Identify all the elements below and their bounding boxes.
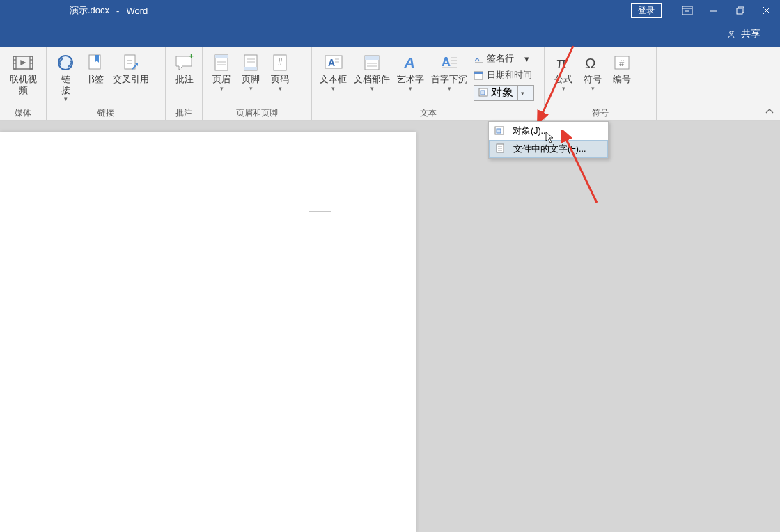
signature-line-button[interactable]: 签名行 ▾ <box>474 52 534 65</box>
datetime-label: 日期和时间 <box>487 70 532 81</box>
group-comments: + 批注 批注 <box>166 47 203 120</box>
equation-button[interactable]: π 公式 ▾ <box>549 50 578 93</box>
datetime-button[interactable]: 日期和时间 <box>474 68 534 82</box>
dropdown-caret-icon: ▾ <box>409 86 412 92</box>
equation-icon: π <box>552 52 575 74</box>
group-comments-label: 批注 <box>166 105 202 120</box>
app-name: Word <box>126 6 148 16</box>
quick-parts-icon <box>361 52 383 74</box>
svg-text:#: # <box>278 57 283 67</box>
group-text-label: 文本 <box>312 105 544 120</box>
header-button[interactable]: 页眉 ▾ <box>207 50 236 93</box>
object-icon <box>494 125 506 136</box>
group-media: 联机视频 媒体 <box>0 47 47 120</box>
group-symbols-label: 符号 <box>545 105 656 120</box>
equation-label: 公式 <box>554 75 572 86</box>
svg-rect-50 <box>481 91 485 95</box>
footer-button[interactable]: 页脚 ▾ <box>236 50 265 93</box>
video-icon <box>12 52 34 74</box>
svg-rect-9 <box>13 56 16 69</box>
dropcap-button[interactable]: A 首字下沉 ▾ <box>428 50 471 93</box>
group-links-label: 链接 <box>47 105 165 120</box>
header-label: 页眉 <box>212 75 231 86</box>
comment-button[interactable]: + 批注 <box>170 50 199 87</box>
svg-point-7 <box>730 31 733 34</box>
hyperlink-button[interactable]: 链 接 ▾ <box>51 50 80 104</box>
cursor-icon <box>545 132 555 144</box>
wordart-button[interactable]: A 艺术字 ▾ <box>393 50 428 93</box>
svg-marker-63 <box>546 132 553 143</box>
svg-text:#: # <box>619 58 625 68</box>
title: 演示.docx - Word <box>70 4 148 17</box>
wordart-label: 艺术字 <box>397 75 424 86</box>
share-bar: 共享 <box>0 21 780 47</box>
number-label: 编号 <box>613 75 631 86</box>
svg-rect-4 <box>737 8 742 14</box>
menu-item-text-from-file-label: 文件中的文字(F)... <box>513 143 586 155</box>
group-text: A 文本框 ▾ 文档部件 ▾ A 艺术字 ▾ <box>312 47 545 120</box>
svg-text:A: A <box>403 54 415 72</box>
restore-button[interactable] <box>727 0 754 21</box>
group-header-footer-label: 页眉和页脚 <box>203 105 311 120</box>
symbol-label: 符号 <box>584 75 602 86</box>
comment-icon: + <box>173 52 196 74</box>
group-links: 链 接 ▾ 书签 交叉引用 <box>47 47 166 120</box>
object-dropdown-caret[interactable]: ▾ <box>518 86 526 100</box>
svg-text:+: + <box>189 54 194 61</box>
svg-rect-58 <box>497 129 501 133</box>
quick-parts-button[interactable]: 文档部件 ▾ <box>350 50 393 93</box>
login-button[interactable]: 登录 <box>631 3 662 18</box>
dropdown-caret-icon: ▾ <box>332 86 335 92</box>
dropcap-icon: A <box>438 52 460 74</box>
header-icon <box>210 52 233 74</box>
dropdown-caret-icon: ▾ <box>249 86 253 92</box>
online-video-button[interactable]: 联机视频 <box>4 50 42 97</box>
close-button[interactable] <box>754 0 780 21</box>
ribbon: 联机视频 媒体 链 接 ▾ <box>0 47 780 121</box>
page-number-icon: # <box>269 52 291 74</box>
svg-text:A: A <box>328 57 335 68</box>
object-button[interactable]: 对象 <box>474 86 518 100</box>
collapse-ribbon-button[interactable] <box>765 107 774 116</box>
title-separator: - <box>116 6 119 16</box>
dropdown-caret-icon: ▾ <box>370 86 374 92</box>
textbox-icon: A <box>322 52 345 74</box>
comment-label: 批注 <box>176 75 194 86</box>
page-number-button[interactable]: # 页码 ▾ <box>265 50 295 93</box>
group-header-footer: 页眉 ▾ 页脚 ▾ # 页码 ▾ 页眉和页脚 <box>203 47 312 120</box>
share-label: 共享 <box>741 28 760 40</box>
document-page[interactable] <box>0 132 416 532</box>
footer-icon <box>240 52 262 74</box>
svg-point-16 <box>58 56 72 70</box>
cross-reference-label: 交叉引用 <box>113 75 149 86</box>
number-button[interactable]: # 编号 <box>607 50 637 87</box>
svg-rect-37 <box>365 56 379 60</box>
hyperlink-icon <box>54 52 77 74</box>
object-icon <box>478 87 488 100</box>
signature-icon <box>474 53 485 64</box>
symbol-button[interactable]: Ω 符号 ▾ <box>578 50 607 93</box>
svg-rect-48 <box>474 72 483 74</box>
wordart-icon: A <box>400 52 422 74</box>
menu-item-object-label: 对象(J)... <box>513 125 548 137</box>
bookmark-icon <box>84 52 106 74</box>
quick-parts-label: 文档部件 <box>354 75 390 86</box>
ribbon-display-options-button[interactable] <box>674 0 701 21</box>
textbox-button[interactable]: A 文本框 ▾ <box>316 50 350 93</box>
group-media-label: 媒体 <box>0 105 46 120</box>
page-corner-marker <box>309 189 332 212</box>
dropdown-caret-icon: ▾ <box>448 86 451 92</box>
share-button[interactable]: 共享 <box>726 28 760 40</box>
svg-rect-0 <box>682 6 692 15</box>
object-split-button[interactable]: 对象 ▾ <box>474 85 534 101</box>
minimize-button[interactable] <box>701 0 727 21</box>
dropdown-caret-icon: ▾ <box>220 86 224 92</box>
cross-reference-button[interactable]: 交叉引用 <box>109 50 153 87</box>
object-label: 对象 <box>491 86 513 100</box>
workspace: 对象(J)... 文件中的文字(F)... <box>0 121 780 532</box>
cross-reference-icon <box>120 52 142 74</box>
dropdown-caret-icon: ▾ <box>591 86 595 92</box>
number-icon: # <box>611 52 633 74</box>
text-from-file-icon <box>495 143 506 155</box>
bookmark-button[interactable]: 书签 <box>80 50 109 87</box>
